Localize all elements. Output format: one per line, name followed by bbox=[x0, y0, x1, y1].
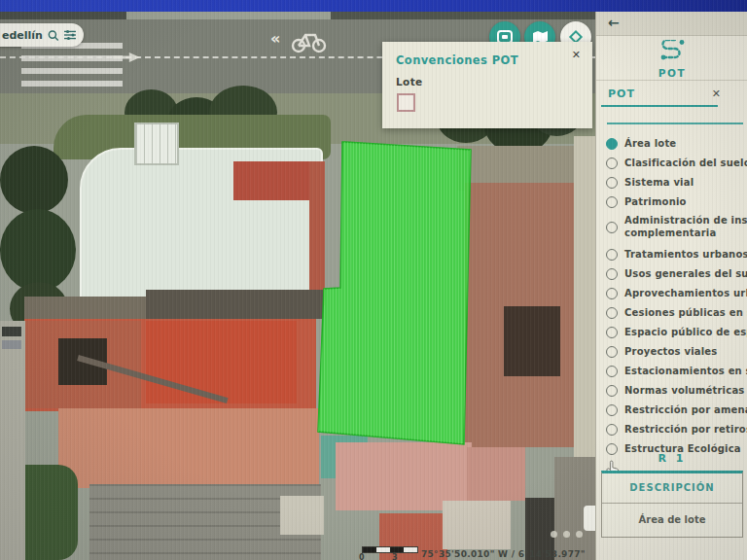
clear-search-icon[interactable]: ✕ bbox=[712, 88, 721, 100]
radio-icon[interactable] bbox=[606, 222, 618, 233]
scale-zero: 0 bbox=[359, 553, 365, 560]
layer-label: Usos generales del suel bbox=[624, 268, 747, 279]
layer-label: Normas volumétricas y bbox=[624, 385, 747, 396]
coordinates-readout: 75°35'50.010" W / 6°14'53.977" N bbox=[421, 549, 595, 560]
back-button[interactable]: ← bbox=[608, 15, 620, 30]
radio-icon[interactable] bbox=[606, 366, 618, 377]
layer-label: Área lote bbox=[624, 138, 676, 149]
layer-option-proyectos-viales[interactable]: Proyectos viales bbox=[606, 342, 747, 361]
search-underline bbox=[601, 105, 718, 107]
search-text: edellín bbox=[2, 29, 43, 42]
sidebar-panel: ← POT POT ✕ Área lote Clasificación del … bbox=[595, 12, 747, 560]
radio-icon[interactable] bbox=[606, 268, 618, 280]
radio-icon[interactable] bbox=[606, 196, 618, 208]
scale-bar bbox=[362, 546, 418, 553]
layer-option-restriccion-amenaza[interactable]: Restricción por amenaza bbox=[606, 401, 747, 419]
legend-close-icon[interactable]: ✕ bbox=[572, 49, 581, 61]
sidebar-search-input[interactable]: POT bbox=[608, 88, 635, 100]
layer-option-tratamientos[interactable]: Tratamientos urbanos bbox=[606, 245, 747, 263]
layer-option-usos-generales[interactable]: Usos generales del suel bbox=[606, 264, 747, 283]
sidebar-back-bar: ← bbox=[596, 12, 747, 36]
legend-panel: Convenciones POT ✕ Lote bbox=[382, 42, 592, 128]
layer-label: Patrimonio bbox=[624, 196, 687, 207]
layer-label: Proyectos viales bbox=[624, 346, 718, 357]
layer-option-administracion[interactable]: Administración de instrcomplementaria bbox=[606, 212, 747, 244]
layer-list: Área lote Clasificación del suelo Sistem… bbox=[606, 134, 747, 459]
scale-three: 3 bbox=[392, 553, 398, 560]
layer-option-area-lote[interactable]: Área lote bbox=[606, 134, 747, 153]
radio-icon[interactable] bbox=[606, 177, 618, 189]
sidebar-search: POT ✕ bbox=[596, 84, 747, 111]
corner-control[interactable] bbox=[584, 506, 595, 531]
radio-icon[interactable] bbox=[606, 158, 618, 169]
layer-label: Clasificación del suelo bbox=[624, 158, 747, 168]
layer-option-clasificacion[interactable]: Clasificación del suelo bbox=[606, 154, 747, 172]
layer-option-normas[interactable]: Normas volumétricas y bbox=[606, 381, 747, 400]
list-divider bbox=[607, 122, 743, 124]
layer-option-restriccion-retiros[interactable]: Restricción por retiros a bbox=[606, 420, 747, 438]
layer-label: Espacio público de espa bbox=[624, 327, 747, 337]
legend-title: Convenciones POT bbox=[396, 53, 518, 67]
pot-tool-label: POT bbox=[596, 67, 747, 79]
layer-label: Administración de instrcomplementaria bbox=[624, 214, 747, 239]
radio-icon[interactable] bbox=[606, 404, 618, 416]
browser-titlebar bbox=[0, 0, 747, 12]
pot-route-icon bbox=[658, 40, 686, 61]
radio-selected-icon[interactable] bbox=[606, 138, 618, 150]
search-icon[interactable] bbox=[48, 29, 59, 42]
table-header-descripcion: DESCRIPCIÓN bbox=[602, 473, 742, 504]
layer-option-espacio-publico[interactable]: Espacio público de espa bbox=[606, 323, 747, 341]
radio-icon[interactable] bbox=[606, 288, 618, 299]
lot-result-table: DESCRIPCIÓN Área de lote bbox=[601, 471, 743, 538]
pot-tool-header[interactable]: POT bbox=[596, 35, 747, 81]
map-canvas[interactable]: « bbox=[0, 12, 595, 560]
layer-label: Restricción por amenaza bbox=[624, 404, 747, 415]
filter-sliders-icon[interactable] bbox=[64, 29, 76, 41]
radio-icon[interactable] bbox=[606, 346, 618, 358]
layer-label: Cesiones públicas en su bbox=[624, 307, 747, 318]
layer-option-aprovechamientos[interactable]: Aprovechamientos urba bbox=[606, 284, 747, 302]
layer-option-cesiones[interactable]: Cesiones públicas en su bbox=[606, 303, 747, 322]
layer-option-patrimonio[interactable]: Patrimonio bbox=[606, 192, 747, 211]
layer-label: Aprovechamientos urba bbox=[624, 288, 747, 298]
layer-label: Tratamientos urbanos bbox=[624, 249, 747, 260]
layer-label: Sistema vial bbox=[624, 177, 694, 188]
radio-icon[interactable] bbox=[606, 424, 618, 436]
legend-item-label: Lote bbox=[396, 76, 579, 88]
map-search-pill[interactable]: edellín bbox=[0, 23, 84, 47]
attribution-dots bbox=[551, 531, 583, 538]
layer-label: Estacionamientos en su bbox=[624, 366, 747, 376]
radio-icon[interactable] bbox=[606, 249, 618, 261]
layer-option-estacionamientos[interactable]: Estacionamientos en su bbox=[606, 362, 747, 380]
layer-option-sistema-vial[interactable]: Sistema vial bbox=[606, 173, 747, 192]
radio-icon[interactable] bbox=[606, 327, 618, 338]
radio-icon[interactable] bbox=[606, 307, 618, 319]
app-screen: « bbox=[0, 0, 747, 560]
lote-swatch bbox=[397, 93, 415, 112]
radio-icon[interactable] bbox=[606, 385, 618, 397]
layer-label: Restricción por retiros a bbox=[624, 424, 747, 435]
table-row-area-de-lote: Área de lote bbox=[602, 504, 742, 537]
